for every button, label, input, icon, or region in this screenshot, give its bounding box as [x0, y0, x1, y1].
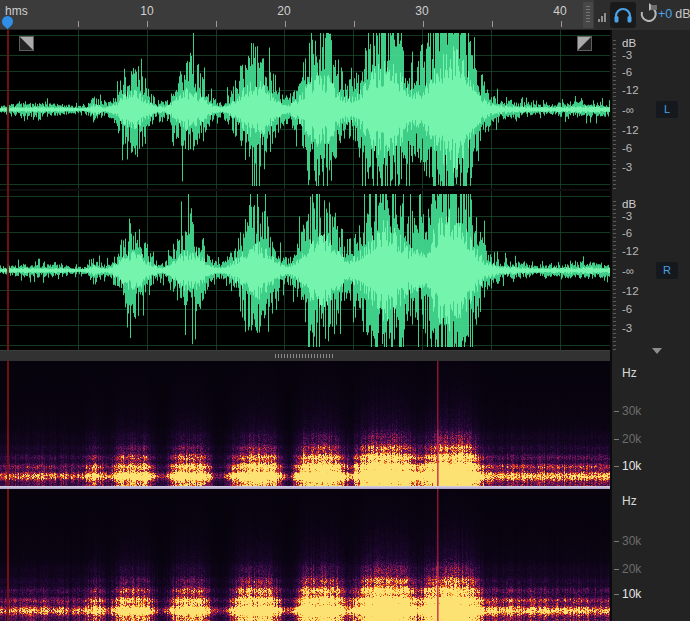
ruler-tick-10: 10	[140, 4, 153, 18]
hz-scale-unit: Hz	[622, 367, 637, 379]
db-label: -12	[622, 84, 639, 96]
db-label: -12	[622, 285, 639, 297]
db-label: -6	[622, 66, 632, 78]
loop-icon	[637, 3, 659, 28]
db-scale-unit-left: dB	[622, 37, 636, 49]
divider-grip-icon[interactable]	[275, 354, 335, 358]
gain-value: +0	[658, 7, 672, 21]
db-label: -12	[622, 124, 639, 136]
spectrogram-canvas-left[interactable]	[0, 361, 610, 486]
monitor-controls: +0dB	[594, 0, 690, 30]
db-label: -∞	[622, 265, 634, 277]
waveform-panel-left[interactable]	[0, 30, 610, 189]
db-label: -12	[622, 245, 639, 257]
playhead-line[interactable]	[7, 30, 9, 621]
headphones-icon	[610, 2, 636, 28]
zoom-scrollbar-grip[interactable]	[583, 2, 593, 28]
channel-badge-left[interactable]: L	[656, 101, 678, 118]
fade-out-handle[interactable]	[577, 36, 592, 51]
db-scale-unit-right: dB	[622, 198, 636, 210]
monitor-gain[interactable]: +0dB	[658, 7, 690, 21]
ruler-tick-30: 30	[415, 4, 428, 18]
gain-unit: dB	[675, 7, 690, 21]
waveform-canvas-left[interactable]	[0, 30, 610, 189]
db-label: -3	[622, 210, 632, 222]
view-split-divider[interactable]	[0, 350, 610, 361]
ruler-tick-marks	[10, 21, 582, 27]
db-label: -3	[622, 49, 632, 61]
freq-label-10k: 10k	[622, 460, 641, 472]
db-label: -3	[622, 322, 632, 334]
db-label: -3	[622, 161, 632, 173]
spectrogram-canvas-right[interactable]	[0, 489, 610, 621]
amplitude-frequency-scales: dB -3 -6 -12 -∞ -12 -6 -3 L dB -3 -6 -12…	[610, 30, 690, 621]
headphones-monitor-button[interactable]	[610, 2, 636, 28]
spectrogram-panel-right[interactable]	[0, 489, 610, 621]
ruler-tick-40: 40	[553, 4, 566, 18]
spectrogram-panel-left[interactable]	[0, 361, 610, 486]
collapse-arrow-icon[interactable]	[652, 348, 662, 354]
freq-label-30k: 30k	[622, 405, 641, 417]
freq-label-20k: 20k	[622, 433, 641, 445]
freq-label-10k: 10k	[622, 588, 641, 600]
freq-label-20k: 20k	[622, 563, 641, 575]
audio-editor-window: hms 10 20 30 40	[0, 0, 690, 621]
spectrogram-separator	[0, 486, 610, 489]
channel-badge-right[interactable]: R	[656, 262, 678, 279]
db-label: -∞	[622, 104, 634, 116]
loop-playback-button[interactable]	[637, 3, 659, 28]
waveform-canvas-right[interactable]	[0, 191, 610, 350]
db-label: -6	[622, 303, 632, 315]
ruler-tick-20: 20	[277, 4, 290, 18]
freq-label-30k: 30k	[622, 535, 641, 547]
waveform-panel-right[interactable]	[0, 191, 610, 350]
hz-scale-unit: Hz	[622, 495, 637, 507]
fade-in-handle[interactable]	[19, 36, 34, 51]
timeline-ruler[interactable]: hms 10 20 30 40	[0, 0, 690, 30]
db-tick-marks	[613, 40, 616, 190]
db-label: -6	[622, 142, 632, 154]
db-tick-marks	[613, 201, 616, 351]
level-meter-icon	[598, 13, 608, 22]
db-label: -6	[622, 227, 632, 239]
